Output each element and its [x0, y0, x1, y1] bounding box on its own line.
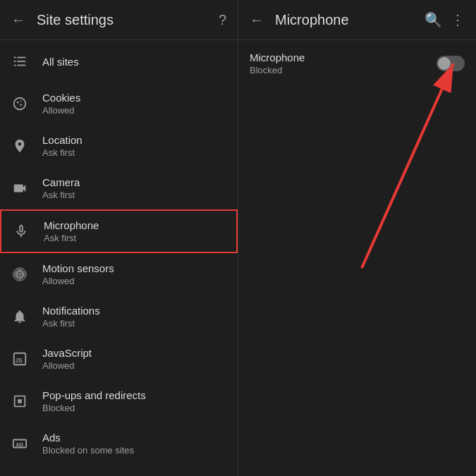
help-icon[interactable]: ? [219, 12, 226, 28]
notifications-title: Notifications [42, 305, 100, 317]
search-icon[interactable]: 🔍 [425, 11, 442, 28]
microphone-subtitle: Ask first [44, 233, 99, 243]
motion-sensors-title: Motion sensors [42, 262, 114, 274]
right-panel-wrapper: ← Microphone 🔍 ⋮ Microphone Blocked [238, 0, 476, 476]
js-icon: JS [11, 350, 28, 367]
ads-title: Ads [42, 432, 134, 444]
location-icon [11, 138, 28, 154]
popup-icon [11, 393, 28, 410]
popups-subtitle: Blocked [42, 403, 146, 413]
svg-point-10 [18, 273, 21, 276]
microphone-toggle[interactable] [437, 56, 465, 71]
left-header: ← Site settings ? [0, 0, 238, 39]
notifications-text: Notifications Ask first [42, 305, 100, 329]
menu-item-javascript[interactable]: JS JavaScript Allowed [0, 338, 238, 380]
more-icon[interactable]: ⋮ [451, 11, 465, 28]
menu-item-microphone[interactable]: Microphone Ask first [0, 209, 238, 253]
cookie-icon [11, 95, 28, 112]
location-subtitle: Ask first [42, 147, 83, 158]
svg-text:AD: AD [16, 441, 24, 448]
microphone-title: Microphone [44, 219, 99, 231]
motion-sensors-text: Motion sensors Allowed [42, 262, 114, 286]
right-microphone-subtitle: Blocked [250, 65, 305, 75]
camera-icon [11, 180, 28, 197]
ads-icon: AD [11, 435, 28, 452]
left-panel: ← Site settings ? All sites Cookies Allo… [0, 0, 238, 476]
right-panel: ← Microphone 🔍 ⋮ Microphone Blocked [238, 0, 476, 476]
menu-list: All sites Cookies Allowed Location Ask f… [0, 40, 238, 476]
menu-item-motion-sensors[interactable]: Motion sensors Allowed [0, 253, 238, 295]
right-back-button[interactable]: ← [250, 12, 264, 28]
menu-item-camera[interactable]: Camera Ask first [0, 167, 238, 209]
svg-rect-1 [17, 57, 25, 59]
javascript-text: JavaScript Allowed [42, 347, 92, 371]
cookies-text: Cookies Allowed [42, 92, 80, 116]
svg-rect-2 [14, 61, 16, 62]
camera-title: Camera [42, 176, 80, 188]
right-header: ← Microphone 🔍 ⋮ [238, 0, 476, 39]
all-sites-title: All sites [42, 56, 79, 68]
ads-text: Ads Blocked on some sites [42, 432, 134, 456]
camera-subtitle: Ask first [42, 190, 80, 200]
svg-point-7 [17, 102, 19, 104]
svg-rect-0 [14, 57, 16, 59]
svg-point-8 [20, 104, 22, 106]
motion-icon [11, 266, 28, 283]
svg-rect-5 [17, 65, 25, 66]
menu-item-location[interactable]: Location Ask first [0, 125, 238, 167]
ads-subtitle: Blocked on some sites [42, 445, 134, 456]
svg-text:JS: JS [16, 358, 23, 364]
javascript-title: JavaScript [42, 347, 92, 359]
camera-text: Camera Ask first [42, 176, 80, 200]
left-header-title: Site settings [37, 12, 207, 28]
svg-rect-3 [17, 61, 25, 62]
popups-text: Pop-ups and redirects Blocked [42, 389, 146, 413]
menu-item-all-sites[interactable]: All sites [0, 40, 238, 83]
svg-rect-4 [14, 65, 16, 66]
popups-title: Pop-ups and redirects [42, 389, 146, 401]
menu-item-cookies[interactable]: Cookies Allowed [0, 83, 238, 125]
all-sites-text: All sites [42, 56, 79, 68]
svg-point-6 [14, 98, 26, 110]
location-text: Location Ask first [42, 134, 83, 158]
menu-item-notifications[interactable]: Notifications Ask first [0, 295, 238, 338]
right-microphone-title: Microphone [250, 51, 305, 63]
javascript-subtitle: Allowed [42, 360, 92, 371]
menu-item-popups[interactable]: Pop-ups and redirects Blocked [0, 380, 238, 422]
right-item-text: Microphone Blocked [250, 51, 305, 75]
cookies-subtitle: Allowed [42, 105, 80, 116]
left-back-button[interactable]: ← [11, 12, 25, 28]
right-header-icons: 🔍 ⋮ [425, 11, 465, 28]
mic-icon [13, 223, 30, 240]
right-content: Microphone Blocked [238, 40, 476, 87]
svg-point-9 [20, 100, 22, 102]
bell-icon [11, 308, 28, 325]
microphone-text: Microphone Ask first [44, 219, 99, 243]
location-title: Location [42, 134, 83, 146]
menu-item-ads[interactable]: AD Ads Blocked on some sites [0, 422, 238, 465]
list-icon [11, 53, 28, 70]
motion-sensors-subtitle: Allowed [42, 276, 114, 286]
right-header-title: Microphone [275, 12, 413, 28]
notifications-subtitle: Ask first [42, 318, 100, 329]
cookies-title: Cookies [42, 92, 80, 104]
